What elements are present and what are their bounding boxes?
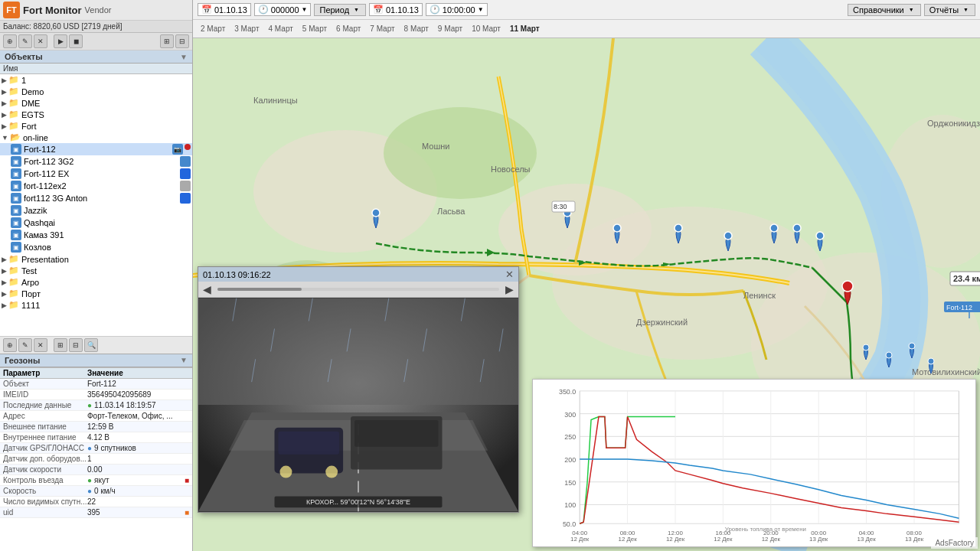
- clock-icon-2: 🕐: [430, 5, 440, 15]
- props-col-param: Параметр: [3, 369, 87, 377]
- camera-nav: ◀ ▶: [198, 282, 518, 298]
- camera-close-button[interactable]: ✕: [505, 269, 514, 280]
- svg-text:Мошни: Мошни: [422, 142, 449, 151]
- svg-text:23.4 км: 23.4 км: [953, 274, 980, 283]
- vendor-label: Vendor: [85, 5, 112, 15]
- tree-label: fort112 3G Anton: [24, 194, 87, 203]
- date-10mart[interactable]: 10 Март: [469, 24, 504, 33]
- svg-text:100: 100: [564, 501, 576, 509]
- device-icon: ▣: [11, 217, 21, 228]
- map-toolbar-dates: 2 Март 3 Март 4 Март 5 Март 6 Март 7 Мар…: [193, 20, 980, 37]
- tree-toolbar: ⊕ ✎ ✕ ⊞ ⊟ 🔍: [0, 336, 192, 354]
- date-5mart[interactable]: 5 Март: [299, 24, 330, 33]
- status-indicator: [185, 144, 191, 150]
- tree-label: on-line: [23, 133, 48, 142]
- tb-btn-1[interactable]: ⊕: [3, 34, 17, 48]
- tree-tb-btn-3[interactable]: ✕: [34, 338, 47, 352]
- sidebar-toolbar: ⊕ ✎ ✕ ▶ ◼ ⊞ ⊟: [0, 33, 192, 51]
- map-toolbar: 📅 01.10.13 🕐 000000 ▼ Период 📅 01.10.13 …: [193, 0, 980, 38]
- svg-point-32: [842, 281, 853, 292]
- date-from-input[interactable]: 📅 01.10.13: [198, 3, 251, 16]
- svg-rect-40: [198, 298, 518, 405]
- tree-item-online[interactable]: ▼ 📂 on-line: [0, 132, 192, 143]
- prop-row-sensor2: Датчик доп. оборудов... 1: [0, 454, 192, 465]
- svg-point-26: [613, 224, 621, 232]
- period-dropdown[interactable]: Период: [314, 4, 366, 16]
- tree-item-jazzik[interactable]: ▣ Jazzik: [0, 204, 192, 217]
- tree-item-demo[interactable]: ▶ 📁 Demo: [0, 86, 192, 97]
- svg-point-30: [793, 224, 801, 232]
- object-tree[interactable]: ▶ 📁 1 ▶ 📁 Demo ▶ 📁 DME ▶ 📁 EGTS ▶ 📁 Fort…: [0, 74, 192, 336]
- time-from-input[interactable]: 🕐 000000 ▼: [254, 3, 312, 16]
- tree-item-fort112ex[interactable]: ▣ Fort-112 EX: [0, 168, 192, 180]
- date-6mart[interactable]: 6 Март: [333, 24, 364, 33]
- svg-rect-45: [279, 432, 340, 455]
- date-9mart[interactable]: 9 Март: [435, 24, 466, 33]
- svg-text:13 Дек: 13 Дек: [857, 536, 876, 543]
- camera-next-button[interactable]: ▶: [505, 283, 514, 295]
- tree-item-fort112ex2[interactable]: ▣ fort-112ex2: [0, 180, 192, 192]
- tree-item-fort112-3g-anton[interactable]: ▣ fort112 3G Anton: [0, 192, 192, 204]
- time-to-input[interactable]: 🕐 10:00:00 ▼: [426, 3, 488, 16]
- device-icon: ▣: [11, 205, 21, 216]
- date-2mart[interactable]: 2 Март: [198, 24, 228, 33]
- tree-item-egts[interactable]: ▶ 📁 EGTS: [0, 109, 192, 120]
- references-dropdown[interactable]: Справочники: [848, 4, 921, 16]
- tb-btn-3[interactable]: ✕: [34, 34, 47, 48]
- date-3mart[interactable]: 3 Март: [231, 24, 262, 33]
- tree-tb-btn-1[interactable]: ⊕: [3, 338, 17, 352]
- tree-item-port[interactable]: ▶ 📁 Порт: [0, 288, 192, 299]
- svg-text:13 Дек: 13 Дек: [905, 536, 924, 543]
- tb-btn-6[interactable]: ⊞: [160, 34, 174, 48]
- svg-point-36: [886, 352, 892, 358]
- camera-image: КРОХОР... 59°00'12"N 56°14'38"E: [198, 298, 518, 512]
- svg-text:Ласьва: Ласьва: [437, 207, 466, 216]
- tree-label: Fort-112 EX: [24, 169, 69, 178]
- device-icon: ▣: [11, 144, 21, 155]
- tree-tb-btn-2[interactable]: ✎: [18, 338, 32, 352]
- svg-text:Калининцы: Калининцы: [253, 96, 298, 105]
- svg-text:Мотовилихинский: Мотовилихинский: [912, 367, 980, 377]
- tree-item-dme[interactable]: ▶ 📁 DME: [0, 97, 192, 109]
- tree-item-1111[interactable]: ▶ 📁 1111: [0, 299, 192, 311]
- prop-row-gps: Датчик GPS/ГЛОНАСС ● 9 спутников: [0, 443, 192, 454]
- tree-tb-btn-5[interactable]: ⊟: [69, 338, 83, 352]
- tb-btn-5[interactable]: ◼: [69, 34, 83, 48]
- svg-text:12 Дек: 12 Дек: [618, 536, 637, 543]
- camera-prev-button[interactable]: ◀: [203, 283, 211, 295]
- reports-dropdown[interactable]: Отчёты: [924, 4, 975, 16]
- tree-item-fort112-3g2[interactable]: ▣ Fort-112 3G2: [0, 155, 192, 168]
- tree-item-kozlov[interactable]: ▣ Козлов: [0, 241, 192, 253]
- tb-btn-2[interactable]: ✎: [18, 34, 32, 48]
- tree-item-test[interactable]: ▶ 📁 Test: [0, 265, 192, 276]
- tb-btn-7[interactable]: ⊟: [175, 34, 189, 48]
- svg-text:250: 250: [564, 433, 576, 441]
- svg-point-22: [372, 209, 380, 217]
- prop-row-object: Объект Fort-112: [0, 379, 192, 390]
- svg-point-37: [909, 343, 915, 349]
- tb-btn-4[interactable]: ▶: [54, 34, 67, 48]
- tree-item-qashqai[interactable]: ▣ Qashqai: [0, 217, 192, 229]
- svg-text:Орджоникидзевский: Орджоникидзевский: [927, 119, 980, 128]
- tree-item-fort[interactable]: ▶ 📁 Fort: [0, 120, 192, 132]
- date-4mart[interactable]: 4 Март: [266, 24, 296, 33]
- balance-bar: Баланс: 8820,60 USD [2719 дней]: [0, 21, 192, 33]
- date-8mart[interactable]: 8 Март: [401, 24, 432, 33]
- date-7mart[interactable]: 7 Март: [367, 24, 397, 33]
- tree-item-presentation[interactable]: ▶ 📁 Presentation: [0, 253, 192, 265]
- tree-tb-btn-6[interactable]: 🔍: [84, 338, 98, 352]
- tree-label: Test: [21, 266, 37, 276]
- tree-tb-btn-4[interactable]: ⊞: [54, 338, 67, 352]
- date-to-input[interactable]: 📅 01.10.13: [369, 3, 423, 16]
- map-area: 📅 01.10.13 🕐 000000 ▼ Период 📅 01.10.13 …: [193, 0, 980, 551]
- tree-item-arpo[interactable]: ▶ 📁 Arpo: [0, 276, 192, 288]
- tree-item-1[interactable]: ▶ 📁 1: [0, 74, 192, 86]
- tree-label: Jazzik: [24, 206, 47, 215]
- tree-item-fort112[interactable]: ▣ Fort-112 📷: [0, 143, 192, 155]
- date-11mart[interactable]: 11 Март: [507, 24, 543, 33]
- device-icon: ▣: [11, 242, 21, 253]
- tree-item-kamaz391[interactable]: ▣ Камаз 391: [0, 229, 192, 241]
- camera-titlebar: 01.10.13 09:16:22 ✕: [198, 267, 518, 282]
- cam-icon: 📷: [172, 144, 183, 155]
- header-bar: FT Fort Monitor Vendor: [0, 0, 192, 21]
